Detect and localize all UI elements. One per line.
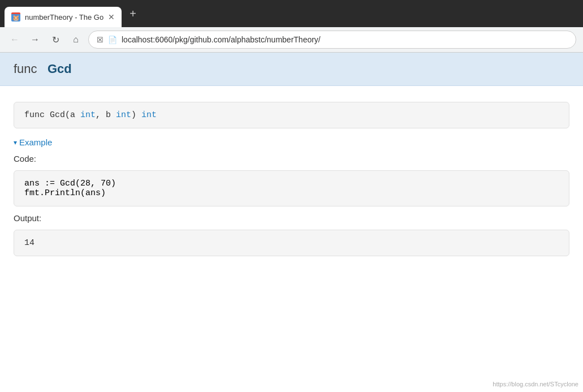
page-content: func Gcd func Gcd(a int, b int) int ▾ Ex…: [0, 53, 583, 272]
example-code-block: ans := Gcd(28, 70) fmt.Println(ans): [14, 170, 569, 206]
forward-icon: →: [31, 35, 40, 45]
output-block: 14: [14, 230, 569, 256]
reload-icon: ↻: [52, 35, 59, 45]
new-tab-button[interactable]: +: [125, 5, 141, 23]
browser-chrome: 🐹 numberTheory - The Go ✕ +: [0, 0, 583, 27]
sig-type2: int: [116, 110, 131, 120]
sig-mid: , b: [96, 110, 116, 120]
sig-prefix: func Gcd(a: [24, 110, 80, 120]
example-arrow: ▾: [14, 139, 17, 147]
home-button[interactable]: ⌂: [68, 32, 84, 48]
code-line-1: ans := Gcd(28, 70): [24, 179, 559, 188]
forward-button[interactable]: →: [27, 32, 43, 48]
code-label: Code:: [14, 154, 569, 163]
back-icon: ←: [10, 35, 19, 45]
reload-button[interactable]: ↻: [47, 32, 63, 48]
signature-code-block: func Gcd(a int, b int) int: [14, 102, 569, 128]
func-header-text: func Gcd: [14, 62, 72, 76]
shield-icon: ☒: [97, 36, 103, 44]
output-label: Output:: [14, 213, 569, 223]
example-toggle[interactable]: ▾ Example: [14, 137, 569, 147]
example-label: Example: [19, 137, 52, 147]
page-icon: 📄: [108, 36, 117, 44]
sig-end: ): [131, 110, 141, 120]
code-line-2: fmt.Println(ans): [24, 188, 559, 198]
back-button[interactable]: ←: [7, 32, 23, 48]
tab-title: numberTheory - The Go: [25, 13, 103, 21]
sig-type1: int: [80, 110, 96, 120]
output-value: 14: [24, 238, 34, 248]
func-header: func Gcd: [0, 53, 583, 86]
tab-bar: 🐹 numberTheory - The Go ✕: [5, 0, 122, 27]
home-icon: ⌂: [73, 35, 79, 45]
address-bar[interactable]: ☒ 📄 localhost:6060/pkg/github.com/alphab…: [88, 31, 576, 49]
browser-toolbar: ← → ↻ ⌂ ☒ 📄 localhost:6060/pkg/github.co…: [0, 27, 583, 53]
sig-type3: int: [141, 110, 157, 120]
func-name: Gcd: [47, 62, 72, 76]
tab-favicon: 🐹: [11, 12, 20, 21]
signature-text: func Gcd(a int, b int) int: [24, 110, 157, 120]
address-text[interactable]: localhost:6060/pkg/github.com/alphabstc/…: [122, 35, 321, 44]
active-tab[interactable]: 🐹 numberTheory - The Go ✕: [5, 7, 122, 27]
content-area: func Gcd(a int, b int) int ▾ Example Cod…: [0, 86, 583, 272]
tab-close-button[interactable]: ✕: [108, 12, 115, 21]
func-keyword: func: [14, 62, 37, 76]
